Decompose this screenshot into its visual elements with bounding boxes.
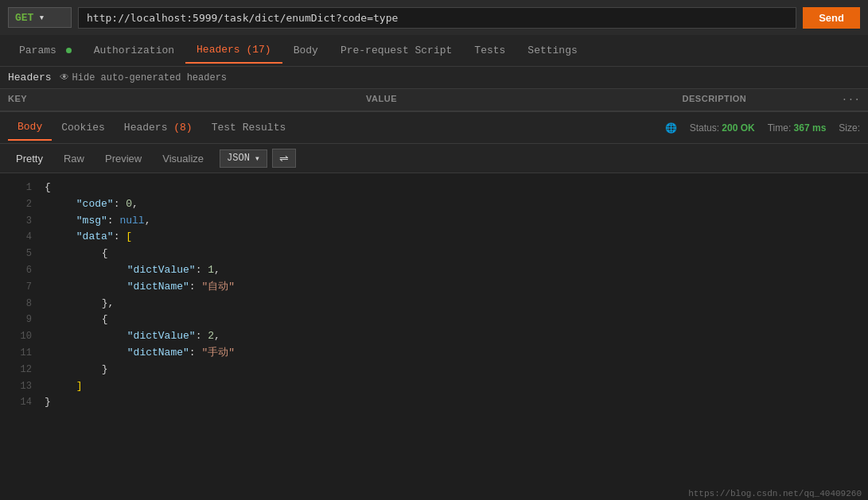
resp-tab-test-results-label: Test Results	[212, 122, 286, 134]
line-number-5: 5	[8, 246, 32, 262]
method-selector[interactable]: GET ▾	[8, 7, 72, 28]
line-number-10: 10	[8, 329, 32, 344]
resp-tab-test-results[interactable]: Test Results	[202, 115, 296, 140]
resp-tab-cookies[interactable]: Cookies	[52, 115, 115, 140]
code-line-7: 7 "dictName": "自动"	[0, 279, 868, 296]
line-number-4: 4	[8, 230, 32, 245]
code-line-5: 5 {	[0, 246, 868, 262]
tab-body[interactable]: Body	[282, 38, 329, 63]
send-button[interactable]: Send	[803, 7, 860, 29]
url-input[interactable]	[78, 7, 796, 29]
code-area: 1 { 2 "code": 0, 3 "msg": null, 4 "data"…	[0, 173, 868, 486]
tab-prerequest[interactable]: Pre-request Script	[329, 38, 463, 63]
response-tabs: Body Cookies Headers (8) Test Results 🌐 …	[0, 112, 868, 144]
tab-prerequest-label: Pre-request Script	[341, 45, 452, 56]
fmt-raw[interactable]: Raw	[56, 149, 92, 168]
eye-icon: 👁	[60, 72, 69, 83]
response-status: 🌐 Status: 200 OK Time: 367 ms Size:	[665, 122, 860, 134]
code-line-3: 3 "msg": null,	[0, 213, 868, 230]
status-value: 200 OK	[722, 122, 754, 134]
line-number-14: 14	[8, 395, 32, 410]
code-line-8: 8 },	[0, 296, 868, 312]
tab-settings-label: Settings	[527, 45, 577, 56]
globe-icon[interactable]: 🌐	[665, 122, 677, 134]
tab-authorization-label: Authorization	[94, 45, 174, 56]
tab-params[interactable]: Params	[8, 38, 83, 63]
code-line-9: 9 {	[0, 312, 868, 328]
headers-section-label: Headers	[8, 72, 52, 83]
json-dropdown-icon: ▾	[255, 153, 260, 165]
line-number-7: 7	[8, 280, 32, 295]
time-label: Time: 367 ms	[768, 122, 827, 134]
code-line-6: 6 "dictValue": 1,	[0, 262, 868, 279]
tab-body-label: Body	[294, 45, 318, 56]
tab-headers-label: Headers (17)	[197, 44, 271, 56]
resp-tab-headers[interactable]: Headers (8)	[115, 115, 202, 140]
tab-tests-label: Tests	[474, 45, 505, 56]
method-chevron-icon: ▾	[38, 11, 45, 24]
time-value: 367 ms	[794, 122, 827, 134]
code-line-14: 14 }	[0, 394, 868, 411]
tab-authorization[interactable]: Authorization	[83, 38, 185, 63]
line-number-11: 11	[8, 346, 32, 361]
resp-tab-headers-label: Headers (8)	[124, 122, 193, 134]
fmt-visualize[interactable]: Visualize	[154, 149, 212, 168]
code-line-10: 10 "dictValue": 2,	[0, 328, 868, 345]
line-number-9: 9	[8, 312, 32, 328]
footer-url: https://blog.csdn.net/qq_40409260	[688, 489, 862, 498]
col-key-header: KEY	[8, 94, 366, 106]
wrap-button[interactable]: ⇌	[272, 149, 296, 168]
tab-params-label: Params	[19, 45, 56, 56]
tab-headers[interactable]: Headers (17)	[185, 37, 282, 64]
json-format-label: JSON	[227, 153, 250, 164]
line-number-13: 13	[8, 379, 32, 394]
footer: https://blog.csdn.net/qq_40409260	[682, 487, 868, 500]
line-number-1: 1	[8, 180, 32, 196]
tab-tests[interactable]: Tests	[463, 38, 516, 63]
fmt-pretty[interactable]: Pretty	[8, 149, 51, 168]
code-line-11: 11 "dictName": "手动"	[0, 345, 868, 362]
headers-section: Headers 👁 Hide auto-generated headers KE…	[0, 67, 868, 112]
resp-tab-cookies-label: Cookies	[61, 122, 105, 134]
col-value-header: VALUE	[366, 94, 683, 106]
headers-toolbar: Headers 👁 Hide auto-generated headers	[0, 67, 868, 88]
format-bar: Pretty Raw Preview Visualize JSON ▾ ⇌	[0, 144, 868, 173]
method-label: GET	[15, 12, 33, 24]
size-label: Size:	[839, 122, 860, 134]
fmt-preview[interactable]: Preview	[97, 149, 150, 168]
code-line-13: 13 ]	[0, 378, 868, 395]
more-options-icon[interactable]: ···	[842, 94, 860, 106]
line-number-6: 6	[8, 263, 32, 278]
json-format-selector[interactable]: JSON ▾	[220, 149, 267, 168]
line-number-12: 12	[8, 362, 32, 378]
code-line-1: 1 {	[0, 180, 868, 196]
code-line-4: 4 "data": [	[0, 229, 868, 246]
tab-settings[interactable]: Settings	[516, 38, 588, 63]
request-tabs: Params Authorization Headers (17) Body P…	[0, 35, 868, 67]
code-line-2: 2 "code": 0,	[0, 196, 868, 213]
code-line-12: 12 }	[0, 362, 868, 378]
hide-auto-label: Hide auto-generated headers	[72, 72, 227, 83]
url-bar: GET ▾ Send	[0, 0, 868, 35]
table-header: KEY VALUE DESCRIPTION ···	[0, 88, 868, 111]
resp-tab-body[interactable]: Body	[8, 114, 52, 141]
line-number-3: 3	[8, 214, 32, 229]
col-desc-header: DESCRIPTION	[683, 94, 842, 106]
resp-tab-body-label: Body	[18, 121, 42, 133]
line-number-8: 8	[8, 297, 32, 312]
hide-autogenerated-button[interactable]: 👁 Hide auto-generated headers	[60, 72, 227, 83]
line-number-2: 2	[8, 197, 32, 212]
status-label: Status: 200 OK	[690, 122, 755, 134]
